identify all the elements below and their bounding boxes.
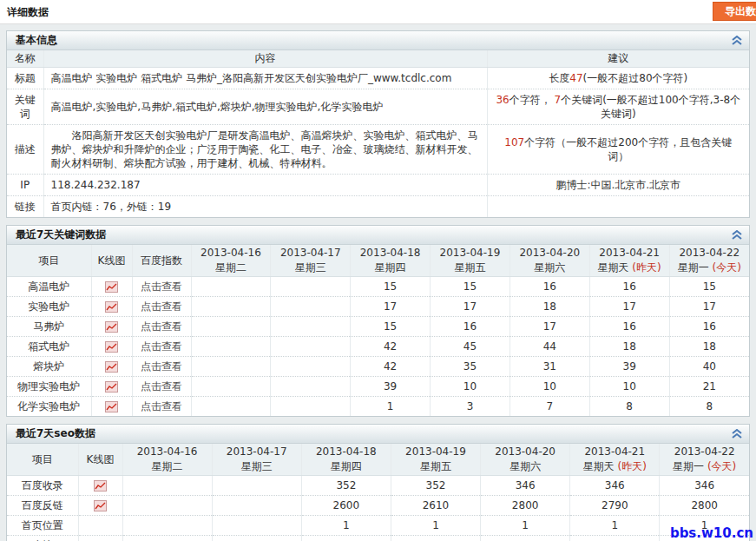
keyword-section-title: 最近7天关键词数据 [16, 228, 106, 241]
value-cell: 39 [589, 357, 669, 377]
column-header-name: 名称 [7, 50, 43, 68]
item-label: 百度快照 [7, 536, 78, 541]
value-cell: 8 [589, 397, 669, 417]
value-cell: 2610 [391, 496, 480, 516]
kline-chart-icon[interactable] [105, 400, 118, 412]
value-cell: 2800 [481, 496, 570, 516]
weekday-text: 星期二 [152, 460, 183, 472]
weekday-label: 星期四 [352, 261, 428, 275]
kline-chart-icon[interactable] [105, 280, 118, 293]
kline-chart-icon[interactable] [94, 499, 107, 511]
date-label: 2013-04-17 [273, 246, 348, 261]
watermark: bbs.w10.cn [670, 525, 753, 541]
weekday-text: 星期六 [509, 460, 541, 472]
baidu-index-cell: 点击查看 [132, 317, 191, 337]
date-label: 2013-04-22 [672, 246, 747, 261]
value-cell [191, 317, 271, 337]
day-tag: (今天) [713, 261, 741, 274]
weekday-label: 星期三 [214, 459, 299, 474]
kline-chart-icon[interactable] [105, 340, 118, 353]
value-cell: 352 [301, 476, 391, 496]
value-cell: 16 [509, 277, 589, 297]
view-baidu-index-link[interactable]: 点击查看 [141, 320, 182, 333]
view-baidu-index-link[interactable]: 点击查看 [141, 280, 182, 293]
value-cell: 10 [509, 377, 589, 397]
collapse-section-icon[interactable] [732, 230, 742, 240]
value-cell [271, 397, 351, 417]
weekday-label: 星期三 [273, 261, 348, 275]
keyword-header-row: 项目 K线图 百度指数 2013-04-16星期二2013-04-17星期三20… [7, 245, 749, 277]
value-cell: 15 [351, 277, 431, 297]
weekday-label: 星期二 [125, 459, 210, 474]
date-column-header: 2013-04-20星期六 [481, 444, 570, 476]
value-cell: 2800 [660, 496, 749, 516]
basic-info-table: 名称 内容 建议 标题高温电炉 实验电炉 箱式电炉 马弗炉_洛阳高新开发区天创实… [7, 50, 749, 217]
weekday-label: 星期六 [483, 459, 568, 474]
kline-chart-icon[interactable] [105, 320, 118, 333]
date-column-header: 2013-04-19星期五 [431, 245, 510, 277]
collapse-section-icon[interactable] [732, 429, 742, 439]
suggestion-segment: 107 [504, 136, 524, 148]
kline-chart-icon[interactable] [94, 479, 107, 492]
value-cell [271, 297, 351, 317]
weekday-label: 星期一 (今天) [672, 261, 747, 275]
date-label: 2013-04-19 [432, 246, 508, 261]
value-cell [122, 516, 212, 536]
basic-info-section: 基本信息 名称 内容 建议 标题高温电炉 实验电炉 箱式电炉 马弗炉_洛阳高新开… [6, 30, 750, 218]
value-cell: 18 [589, 337, 669, 357]
column-header-baidu-index: 百度指数 [132, 245, 191, 277]
value-cell: 1 [301, 516, 391, 536]
suggestion-segment: 47 [569, 72, 582, 84]
value-cell: 17 [351, 297, 431, 317]
view-baidu-index-link[interactable]: 点击查看 [141, 400, 182, 412]
value-cell: 16 [589, 277, 669, 297]
basic-info-header-row: 名称 内容 建议 [7, 50, 749, 68]
view-baidu-index-link[interactable]: 点击查看 [141, 340, 182, 353]
date-column-header: 2013-04-18星期四 [301, 444, 391, 476]
view-baidu-index-link[interactable]: 点击查看 [141, 300, 182, 313]
basic-info-row: 标题高温电炉 实验电炉 箱式电炉 马弗炉_洛阳高新开发区天创实验电炉厂_www.… [7, 68, 749, 89]
view-baidu-index-link[interactable]: 点击查看 [141, 360, 182, 373]
value-cell [271, 357, 351, 377]
value-cell: 2600 [301, 496, 391, 516]
export-data-button[interactable]: 导出数据 [713, 2, 756, 21]
date-column-header: 2013-04-21星期天 (昨天) [589, 245, 669, 277]
date-column-header: 2013-04-21星期天 (昨天) [570, 444, 660, 476]
keyword-data-table: 项目 K线图 百度指数 2013-04-16星期二2013-04-17星期三20… [7, 245, 749, 416]
field-content: 首页内链：76，外链：19 [43, 196, 487, 218]
field-suggestion: 鹏博士:中国.北京市.北京市 [487, 175, 749, 196]
view-baidu-index-link[interactable]: 点击查看 [141, 380, 182, 393]
value-cell: 40 [669, 357, 749, 377]
weekday-text: 星期二 [215, 261, 247, 274]
table-row: 物理实验电炉点击查看3910101021 [7, 377, 749, 397]
table-row: 熔块炉点击查看4235313940 [7, 357, 749, 377]
seo-section-title: 最近7天seo数据 [16, 427, 95, 439]
table-row: 实验电炉点击查看1717181717 [7, 297, 749, 317]
value-cell: 346 [481, 476, 570, 496]
main-content: 基本信息 名称 内容 建议 标题高温电炉 实验电炉 箱式电炉 马弗炉_洛阳高新开… [0, 24, 756, 541]
weekday-text: 星期五 [420, 460, 451, 472]
date-column-header: 2013-04-22星期一 (今天) [669, 245, 749, 277]
item-label: 实验电炉 [7, 297, 91, 317]
collapse-section-icon[interactable] [732, 36, 742, 45]
kline-chart-icon[interactable] [105, 380, 118, 393]
seo-data-table: 项目 K线图 2013-04-16星期二2013-04-17星期三2013-04… [7, 444, 749, 541]
field-name: IP [7, 175, 43, 196]
value-cell: 44 [509, 337, 589, 357]
column-header-item: 项目 [7, 444, 78, 476]
date-column-header: 2013-04-18星期四 [351, 245, 431, 277]
field-content: 高温电炉,实验电炉,马弗炉,箱式电炉,熔块炉,物理实验电炉,化学实验电炉 [43, 89, 487, 125]
suggestion-segment: (一般不超过80个字符) [583, 72, 688, 84]
weekday-label: 星期天 (昨天) [572, 459, 657, 474]
kline-chart-icon[interactable] [105, 300, 118, 313]
value-cell: 10 [589, 377, 669, 397]
date-column-header: 2013-04-17星期三 [271, 245, 351, 277]
kline-chart-icon[interactable] [105, 360, 118, 373]
value-cell [191, 397, 271, 417]
date-label: 2013-04-21 [572, 445, 657, 459]
baidu-index-cell: 点击查看 [132, 337, 191, 357]
value-cell: 16 [669, 317, 749, 337]
value-cell: 42 [351, 357, 431, 377]
date-label: 2013-04-20 [483, 445, 568, 459]
field-name: 描述 [7, 125, 43, 175]
